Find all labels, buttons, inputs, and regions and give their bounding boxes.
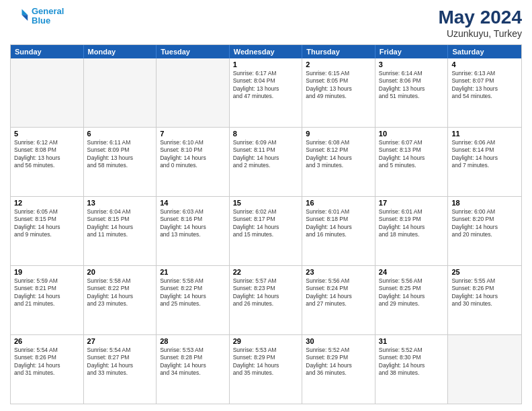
day-cell <box>11 58 84 127</box>
svg-marker-1 <box>22 15 28 21</box>
day-headers: SundayMondayTuesdayWednesdayThursdayFrid… <box>11 45 521 58</box>
week-row: 5Sunrise: 6:12 AM Sunset: 8:08 PM Daylig… <box>11 127 521 196</box>
day-header-friday: Friday <box>375 45 449 58</box>
logo-icon <box>10 7 29 26</box>
day-number: 17 <box>379 199 445 207</box>
title-block: May 2024 Uzunkuyu, Turkey <box>438 7 522 39</box>
day-cell: 5Sunrise: 6:12 AM Sunset: 8:08 PM Daylig… <box>11 128 84 196</box>
day-cell: 31Sunrise: 5:52 AM Sunset: 8:30 PM Dayli… <box>375 335 449 404</box>
day-info: Sunrise: 6:13 AM Sunset: 8:07 PM Dayligh… <box>451 70 518 101</box>
day-cell: 20Sunrise: 5:58 AM Sunset: 8:22 PM Dayli… <box>84 266 157 334</box>
day-info: Sunrise: 5:54 AM Sunset: 8:26 PM Dayligh… <box>14 347 80 377</box>
day-cell: 21Sunrise: 5:58 AM Sunset: 8:22 PM Dayli… <box>157 266 230 334</box>
day-info: Sunrise: 6:12 AM Sunset: 8:08 PM Dayligh… <box>14 139 80 170</box>
day-number: 25 <box>451 268 518 276</box>
week-row: 26Sunrise: 5:54 AM Sunset: 8:26 PM Dayli… <box>11 334 521 404</box>
day-info: Sunrise: 5:53 AM Sunset: 8:29 PM Dayligh… <box>233 347 299 377</box>
svg-marker-0 <box>22 9 28 15</box>
day-cell: 1Sunrise: 6:17 AM Sunset: 8:04 PM Daylig… <box>230 58 303 127</box>
day-info: Sunrise: 6:03 AM Sunset: 8:16 PM Dayligh… <box>160 208 226 239</box>
day-cell: 6Sunrise: 6:11 AM Sunset: 8:09 PM Daylig… <box>84 128 157 196</box>
day-info: Sunrise: 6:00 AM Sunset: 8:20 PM Dayligh… <box>451 208 518 239</box>
week-row: 12Sunrise: 6:05 AM Sunset: 8:15 PM Dayli… <box>11 196 521 265</box>
day-info: Sunrise: 6:10 AM Sunset: 8:10 PM Dayligh… <box>160 139 226 170</box>
day-info: Sunrise: 5:52 AM Sunset: 8:30 PM Dayligh… <box>379 347 445 377</box>
day-number: 2 <box>306 60 371 68</box>
day-cell: 30Sunrise: 5:52 AM Sunset: 8:29 PM Dayli… <box>302 335 375 404</box>
day-cell: 29Sunrise: 5:53 AM Sunset: 8:29 PM Dayli… <box>230 335 303 404</box>
day-cell: 3Sunrise: 6:14 AM Sunset: 8:06 PM Daylig… <box>375 58 449 127</box>
day-info: Sunrise: 6:15 AM Sunset: 8:05 PM Dayligh… <box>306 70 371 101</box>
day-info: Sunrise: 5:58 AM Sunset: 8:22 PM Dayligh… <box>87 277 153 308</box>
day-header-wednesday: Wednesday <box>230 45 303 58</box>
day-number: 15 <box>233 199 299 207</box>
day-cell: 2Sunrise: 6:15 AM Sunset: 8:05 PM Daylig… <box>302 58 375 127</box>
day-info: Sunrise: 5:54 AM Sunset: 8:27 PM Dayligh… <box>87 347 153 377</box>
day-number: 14 <box>160 199 226 207</box>
day-number: 6 <box>87 130 153 138</box>
day-header-sunday: Sunday <box>11 45 84 58</box>
day-header-saturday: Saturday <box>448 45 521 58</box>
day-header-tuesday: Tuesday <box>157 45 230 58</box>
weeks-container: 1Sunrise: 6:17 AM Sunset: 8:04 PM Daylig… <box>11 58 521 404</box>
day-info: Sunrise: 6:11 AM Sunset: 8:09 PM Dayligh… <box>87 139 153 170</box>
day-info: Sunrise: 6:01 AM Sunset: 8:19 PM Dayligh… <box>379 208 445 239</box>
day-number: 3 <box>379 60 445 68</box>
day-number: 4 <box>451 60 518 68</box>
day-cell: 26Sunrise: 5:54 AM Sunset: 8:26 PM Dayli… <box>11 335 84 404</box>
day-number: 19 <box>14 268 80 276</box>
day-info: Sunrise: 6:14 AM Sunset: 8:06 PM Dayligh… <box>379 70 445 101</box>
day-cell: 17Sunrise: 6:01 AM Sunset: 8:19 PM Dayli… <box>375 197 449 265</box>
day-number: 18 <box>451 199 518 207</box>
day-info: Sunrise: 6:06 AM Sunset: 8:14 PM Dayligh… <box>451 139 518 170</box>
day-info: Sunrise: 6:08 AM Sunset: 8:12 PM Dayligh… <box>306 139 371 170</box>
day-cell: 7Sunrise: 6:10 AM Sunset: 8:10 PM Daylig… <box>157 128 230 196</box>
day-info: Sunrise: 6:04 AM Sunset: 8:15 PM Dayligh… <box>87 208 153 239</box>
day-number: 13 <box>87 199 153 207</box>
day-info: Sunrise: 5:53 AM Sunset: 8:28 PM Dayligh… <box>160 347 226 377</box>
day-number: 10 <box>379 130 445 138</box>
day-cell: 22Sunrise: 5:57 AM Sunset: 8:23 PM Dayli… <box>230 266 303 334</box>
day-number: 30 <box>306 337 371 345</box>
logo: General Blue <box>10 7 64 26</box>
day-cell <box>157 58 230 127</box>
day-cell: 16Sunrise: 6:01 AM Sunset: 8:18 PM Dayli… <box>302 197 375 265</box>
day-info: Sunrise: 5:58 AM Sunset: 8:22 PM Dayligh… <box>160 277 226 308</box>
logo-line1: General <box>32 6 64 16</box>
logo-text: General Blue <box>32 7 64 26</box>
day-cell: 15Sunrise: 6:02 AM Sunset: 8:17 PM Dayli… <box>230 197 303 265</box>
day-cell: 11Sunrise: 6:06 AM Sunset: 8:14 PM Dayli… <box>448 128 521 196</box>
location: Uzunkuyu, Turkey <box>438 28 522 39</box>
day-number: 9 <box>306 130 371 138</box>
day-cell: 10Sunrise: 6:07 AM Sunset: 8:13 PM Dayli… <box>375 128 449 196</box>
day-cell <box>448 335 521 404</box>
day-number: 12 <box>14 199 80 207</box>
day-number: 1 <box>233 60 299 68</box>
day-number: 20 <box>87 268 153 276</box>
header: General Blue May 2024 Uzunkuyu, Turkey <box>10 7 522 39</box>
week-row: 1Sunrise: 6:17 AM Sunset: 8:04 PM Daylig… <box>11 58 521 127</box>
day-info: Sunrise: 6:01 AM Sunset: 8:18 PM Dayligh… <box>306 208 371 239</box>
day-cell: 8Sunrise: 6:09 AM Sunset: 8:11 PM Daylig… <box>230 128 303 196</box>
day-info: Sunrise: 5:56 AM Sunset: 8:25 PM Dayligh… <box>379 277 445 308</box>
day-number: 26 <box>14 337 80 345</box>
day-cell: 28Sunrise: 5:53 AM Sunset: 8:28 PM Dayli… <box>157 335 230 404</box>
day-cell: 4Sunrise: 6:13 AM Sunset: 8:07 PM Daylig… <box>448 58 521 127</box>
day-number: 29 <box>233 337 299 345</box>
day-number: 24 <box>379 268 445 276</box>
day-info: Sunrise: 6:09 AM Sunset: 8:11 PM Dayligh… <box>233 139 299 170</box>
day-cell: 13Sunrise: 6:04 AM Sunset: 8:15 PM Dayli… <box>84 197 157 265</box>
day-number: 31 <box>379 337 445 345</box>
day-header-thursday: Thursday <box>302 45 375 58</box>
day-cell: 19Sunrise: 5:59 AM Sunset: 8:21 PM Dayli… <box>11 266 84 334</box>
day-cell: 9Sunrise: 6:08 AM Sunset: 8:12 PM Daylig… <box>302 128 375 196</box>
day-number: 5 <box>14 130 80 138</box>
day-info: Sunrise: 5:52 AM Sunset: 8:29 PM Dayligh… <box>306 347 371 377</box>
day-cell: 25Sunrise: 5:55 AM Sunset: 8:26 PM Dayli… <box>448 266 521 334</box>
day-cell: 14Sunrise: 6:03 AM Sunset: 8:16 PM Dayli… <box>157 197 230 265</box>
day-cell: 24Sunrise: 5:56 AM Sunset: 8:25 PM Dayli… <box>375 266 449 334</box>
day-cell: 12Sunrise: 6:05 AM Sunset: 8:15 PM Dayli… <box>11 197 84 265</box>
calendar: SundayMondayTuesdayWednesdayThursdayFrid… <box>10 44 522 404</box>
page: General Blue May 2024 Uzunkuyu, Turkey S… <box>0 0 532 411</box>
day-info: Sunrise: 5:55 AM Sunset: 8:26 PM Dayligh… <box>451 277 518 308</box>
